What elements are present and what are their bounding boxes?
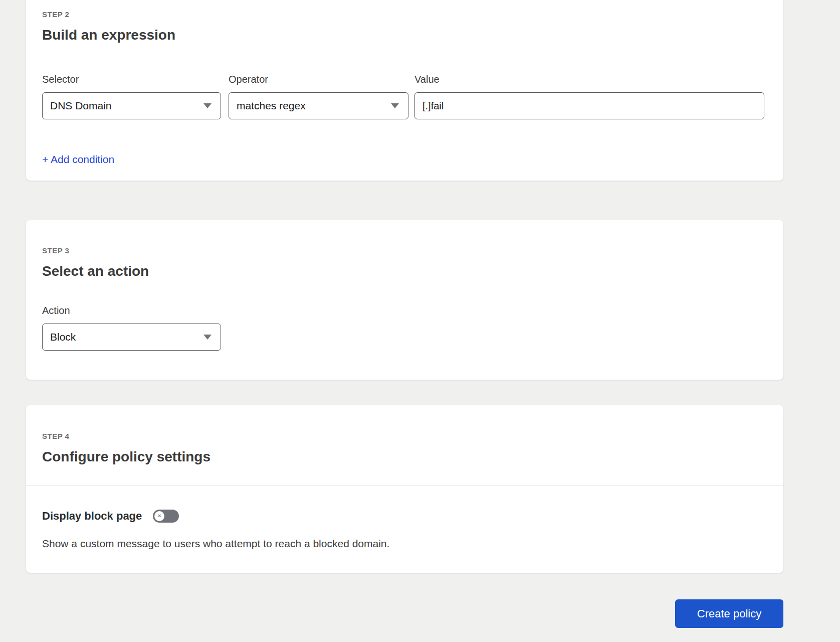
value-input[interactable] [423, 100, 755, 112]
selector-dropdown-value: DNS Domain [50, 100, 112, 112]
chevron-down-icon [203, 103, 212, 108]
step3-label: STEP 3 [42, 246, 764, 255]
display-block-page-label: Display block page [42, 510, 142, 523]
display-block-page-toggle[interactable]: ✕ [153, 510, 179, 523]
step2-card: STEP 2 Build an expression Selector DNS … [26, 0, 783, 181]
step4-settings: Display block page ✕ Show a custom messa… [26, 486, 783, 550]
toggle-knob: ✕ [154, 511, 164, 521]
x-icon: ✕ [157, 514, 161, 519]
action-dropdown-value: Block [50, 331, 76, 343]
step3-card: STEP 3 Select an action Action Block [26, 220, 783, 380]
add-condition-link[interactable]: + Add condition [42, 153, 114, 166]
operator-dropdown-value: matches regex [237, 100, 306, 112]
step2-title: Build an expression [42, 27, 764, 43]
selector-dropdown[interactable]: DNS Domain [42, 92, 221, 119]
value-input-wrapper [414, 92, 764, 119]
chevron-down-icon [203, 335, 212, 340]
step2-label: STEP 2 [42, 10, 764, 19]
display-block-page-description: Show a custom message to users who attem… [42, 538, 764, 550]
step4-label: STEP 4 [42, 432, 764, 441]
policy-form: STEP 2 Build an expression Selector DNS … [0, 0, 783, 628]
display-block-page-row: Display block page ✕ [42, 510, 764, 523]
expression-row: Selector DNS Domain Operator matches reg… [42, 74, 764, 119]
create-policy-button[interactable]: Create policy [675, 599, 783, 628]
selector-label: Selector [42, 74, 221, 84]
chevron-down-icon [391, 103, 399, 108]
step4-header: STEP 4 Configure policy settings [26, 405, 783, 486]
operator-dropdown[interactable]: matches regex [229, 92, 408, 119]
action-dropdown[interactable]: Block [42, 324, 221, 351]
form-footer: Create policy [26, 599, 783, 628]
step3-title: Select an action [42, 263, 764, 279]
value-label: Value [414, 74, 764, 84]
action-label: Action [42, 305, 764, 315]
value-field: Value [414, 74, 764, 119]
step4-card: STEP 4 Configure policy settings Display… [26, 405, 783, 573]
selector-field: Selector DNS Domain [42, 74, 221, 119]
operator-label: Operator [229, 74, 408, 84]
step4-title: Configure policy settings [42, 449, 764, 465]
operator-field: Operator matches regex [229, 74, 408, 119]
